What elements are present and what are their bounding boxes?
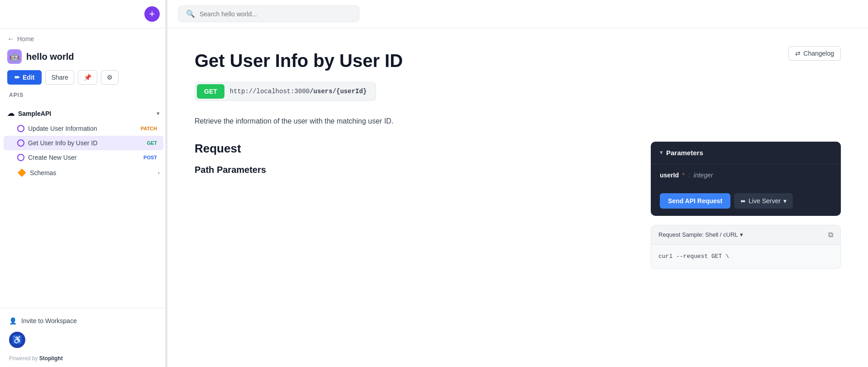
- sidebar-item-create-user[interactable]: Create New User POST: [4, 150, 163, 165]
- invite-person-icon: 👤: [9, 317, 17, 324]
- server-chevron-icon: ▾: [783, 197, 787, 205]
- endpoint-description: Retrieve the information of the user wit…: [195, 115, 448, 127]
- endpoint-bar: GET http://localhost:3000/users/{userId}: [195, 82, 376, 101]
- sidebar-item-update-user[interactable]: Update User Information PATCH: [4, 121, 163, 136]
- server-icon: ⬌: [740, 197, 746, 205]
- endpoint-url-path: /users/{userId}: [310, 88, 367, 95]
- powered-by: Powered by Stoplight: [7, 355, 160, 362]
- back-home-label: Home: [17, 35, 34, 43]
- api-item-dot-active-icon: [17, 139, 24, 147]
- path-params-title: Path Parameters: [195, 165, 633, 175]
- api-item-name-active: Get User Info by User ID: [17, 139, 97, 147]
- sample-code-body: curl --request GET \: [651, 245, 840, 269]
- invite-to-workspace-item[interactable]: 👤 Invite to Workspace: [7, 314, 160, 328]
- api-group-header-left: ☁ SampleAPI: [7, 109, 51, 118]
- api-item-dot-create-icon: [17, 154, 24, 161]
- param-name: userId: [660, 172, 679, 179]
- api-item-name: Update User Information: [17, 125, 97, 132]
- send-api-request-button[interactable]: Send API Request: [660, 193, 730, 209]
- accessibility-icon: ♿: [12, 335, 22, 345]
- main-content: 🔍 ⇄ Changelog Get User Info by User ID G…: [167, 0, 868, 367]
- changelog-button[interactable]: ⇄ Changelog: [788, 46, 841, 61]
- edit-label: Edit: [23, 74, 34, 81]
- sample-title[interactable]: Request Sample: Shell / cURL ▾: [658, 231, 743, 238]
- pin-icon: 📌: [84, 74, 91, 81]
- changelog-icon: ⇄: [795, 50, 801, 57]
- content-grid: Request Path Parameters ▾ Parameters use…: [195, 142, 841, 269]
- action-buttons: ✏ Edit Share 📌 ⚙: [7, 70, 160, 85]
- sidebar-nav: ← Home 🤖 hello world ✏ Edit Share 📌 ⚙ AP…: [0, 29, 167, 105]
- workspace-name: hello world: [26, 52, 74, 62]
- sample-panel-header: Request Sample: Shell / cURL ▾ ⧉: [651, 225, 840, 245]
- sidebar-bottom: 👤 Invite to Workspace ♿ Powered by Stopl…: [0, 308, 167, 367]
- settings-row: ♿: [7, 328, 160, 352]
- api-group-name: SampleAPI: [18, 110, 51, 117]
- endpoint-url: http://localhost:3000/users/{userId}: [230, 88, 374, 95]
- request-sample-panel: Request Sample: Shell / cURL ▾ ⧉ curl --…: [651, 225, 841, 269]
- page-title: Get User Info by User ID: [195, 51, 841, 71]
- settings-left: ♿: [9, 332, 25, 348]
- parameters-panel-header: ▾ Parameters: [651, 142, 841, 164]
- topbar: 🔍: [167, 0, 868, 28]
- live-server-button[interactable]: ⬌ Live Server ▾: [734, 193, 793, 209]
- main-scroll-area: ⇄ Changelog Get User Info by User ID GET…: [167, 28, 868, 367]
- param-row-userid: userId * : integer: [660, 172, 832, 179]
- parameters-panel: ▾ Parameters userId * : integer Send API…: [651, 142, 841, 216]
- sample-title-chevron-icon: ▾: [740, 231, 743, 238]
- server-label: Live Server: [749, 197, 781, 205]
- param-colon: :: [688, 172, 690, 179]
- workspace-icon: 🤖: [7, 49, 22, 64]
- api-item-dot-icon: [17, 125, 24, 132]
- settings-button[interactable]: ⚙: [101, 70, 119, 85]
- accessibility-button[interactable]: ♿: [9, 332, 25, 348]
- params-chevron-icon: ▾: [660, 149, 663, 156]
- cloud-icon: ☁: [7, 109, 14, 118]
- api-group-sampleapi: ☁ SampleAPI ▾ Update User Information PA…: [4, 105, 163, 181]
- method-badge-post: POST: [141, 154, 160, 161]
- gear-icon: ⚙: [107, 74, 113, 81]
- share-label: Share: [51, 74, 68, 81]
- api-item-label: Update User Information: [28, 125, 97, 132]
- search-bar[interactable]: 🔍: [178, 5, 359, 22]
- api-item-label-create: Create New User: [28, 154, 76, 161]
- apis-label: APIS: [7, 92, 160, 98]
- left-column: Request Path Parameters: [195, 142, 633, 182]
- parameters-title: Parameters: [666, 149, 703, 157]
- sample-title-text: Request Sample: Shell / cURL: [658, 231, 738, 238]
- edit-pencil-icon: ✏: [14, 74, 20, 81]
- search-icon: 🔍: [186, 10, 195, 18]
- schemas-chevron-icon: ›: [158, 169, 160, 176]
- parameters-body: userId * : integer: [651, 164, 841, 193]
- search-input[interactable]: [200, 10, 352, 18]
- back-home-link[interactable]: ← Home: [7, 35, 160, 43]
- sidebar-resize-handle[interactable]: [165, 0, 167, 367]
- api-item-name-create: Create New User: [17, 154, 76, 161]
- chevron-down-icon: ▾: [157, 110, 160, 117]
- changelog-label: Changelog: [803, 50, 834, 57]
- sidebar-item-schemas[interactable]: 🔶 Schemas ›: [4, 165, 163, 181]
- back-arrow-icon: ←: [7, 35, 14, 43]
- endpoint-url-prefix: http://localhost:3000: [230, 88, 310, 95]
- share-button[interactable]: Share: [45, 70, 74, 85]
- method-badge-get: GET: [144, 139, 160, 147]
- method-badge-get-main: GET: [197, 84, 224, 99]
- param-type: integer: [694, 172, 713, 179]
- code-line-1: curl --request GET \: [658, 252, 833, 262]
- workspace-row: 🤖 hello world: [7, 49, 160, 64]
- sidebar: + ← Home 🤖 hello world ✏ Edit Share 📌 ⚙: [0, 0, 167, 367]
- api-item-label-active: Get User Info by User ID: [28, 139, 97, 147]
- right-column: ▾ Parameters userId * : integer Send API…: [651, 142, 841, 269]
- sidebar-item-get-user-info[interactable]: Get User Info by User ID GET: [4, 136, 163, 150]
- pin-button[interactable]: 📌: [78, 70, 97, 85]
- new-button[interactable]: +: [144, 6, 160, 22]
- params-actions: Send API Request ⬌ Live Server ▾: [651, 193, 841, 216]
- copy-code-button[interactable]: ⧉: [828, 231, 833, 239]
- edit-button[interactable]: ✏ Edit: [7, 70, 42, 85]
- schemas-left: 🔶 Schemas: [17, 168, 56, 177]
- schemas-icon: 🔶: [17, 168, 26, 177]
- schemas-label: Schemas: [30, 169, 56, 176]
- sidebar-top: +: [0, 0, 167, 29]
- param-required-indicator: *: [682, 172, 685, 178]
- invite-label: Invite to Workspace: [21, 317, 77, 324]
- api-group-header-sampleapi[interactable]: ☁ SampleAPI ▾: [4, 105, 163, 121]
